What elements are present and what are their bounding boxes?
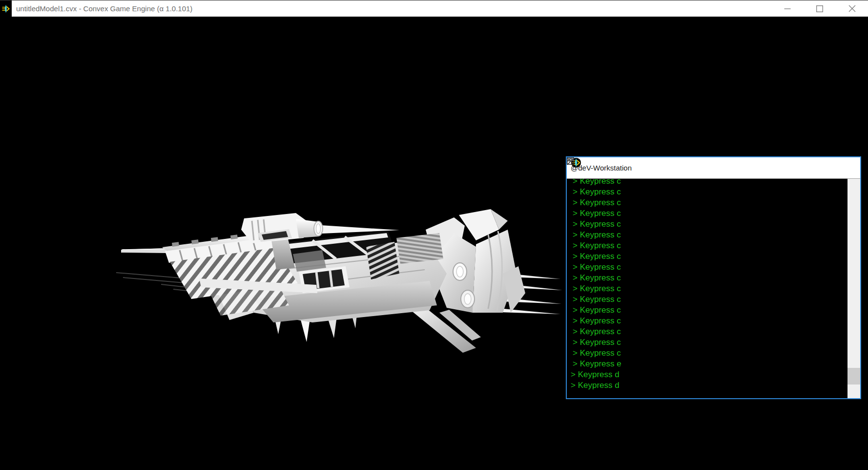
console-line: > Keypress c xyxy=(567,197,847,208)
scroll-up-button[interactable] xyxy=(847,179,860,192)
close-icon xyxy=(848,5,856,12)
console-controls xyxy=(761,157,860,178)
console-output[interactable]: > Keypress c> Keypress c> Keypress c> Ke… xyxy=(567,179,847,398)
console-line: > Keypress c xyxy=(567,326,847,337)
app-icon-box xyxy=(0,0,12,17)
console-line: > Keypress c xyxy=(567,262,847,273)
chevron-down-icon xyxy=(567,157,575,162)
console-minimize-button[interactable] xyxy=(761,157,794,178)
console-lines: > Keypress c> Keypress c> Keypress c> Ke… xyxy=(567,179,847,391)
close-button[interactable] xyxy=(836,0,868,17)
console-line: > Keypress c xyxy=(567,187,847,197)
console-window: @deV-Workstation xyxy=(566,156,861,399)
console-line: > Keypress c xyxy=(567,348,847,359)
console-line: > Keypress c xyxy=(567,208,847,219)
console-line: > Keypress c xyxy=(567,251,847,262)
main-window-controls xyxy=(771,0,868,17)
scroll-down-button[interactable] xyxy=(847,385,860,398)
console-line: > Keypress c xyxy=(567,316,847,326)
minimize-button[interactable] xyxy=(771,0,804,17)
console-line: > Keypress c xyxy=(567,273,847,283)
console-line: > Keypress c xyxy=(567,240,847,251)
console-line: > Keypress c xyxy=(567,230,847,240)
console-line: > Keypress c xyxy=(567,283,847,294)
console-line: > Keypress c xyxy=(567,337,847,348)
console-line: > Keypress e xyxy=(567,359,847,369)
console-line: > Keypress c xyxy=(567,294,847,305)
console-scrollbar[interactable] xyxy=(847,179,860,398)
console-line: > Keypress c xyxy=(567,219,847,230)
scrollbar-track[interactable] xyxy=(847,192,860,385)
scrollbar-thumb[interactable] xyxy=(847,368,860,385)
console-line: > Keypress c xyxy=(567,179,847,187)
console-line: > Keypress d xyxy=(567,369,847,380)
screen: untitledModel1.cvx - Convex Game Engine … xyxy=(0,0,868,470)
3d-viewport[interactable]: @deV-Workstation xyxy=(0,17,868,470)
console-line: > Keypress d xyxy=(567,380,847,391)
main-window-titlebar[interactable]: untitledModel1.cvx - Convex Game Engine … xyxy=(0,0,868,17)
maximize-button[interactable] xyxy=(804,0,836,17)
convex-lens-icon xyxy=(1,4,11,14)
console-line: > Keypress c xyxy=(567,305,847,316)
minimize-icon xyxy=(784,5,791,12)
console-body: > Keypress c> Keypress c> Keypress c> Ke… xyxy=(567,178,860,398)
console-close-button[interactable] xyxy=(827,157,860,178)
console-maximize-button[interactable] xyxy=(794,157,827,178)
main-window-title: untitledModel1.cvx - Convex Game Engine … xyxy=(16,4,192,13)
maximize-icon xyxy=(816,5,823,12)
console-titlebar[interactable]: @deV-Workstation xyxy=(567,157,860,178)
